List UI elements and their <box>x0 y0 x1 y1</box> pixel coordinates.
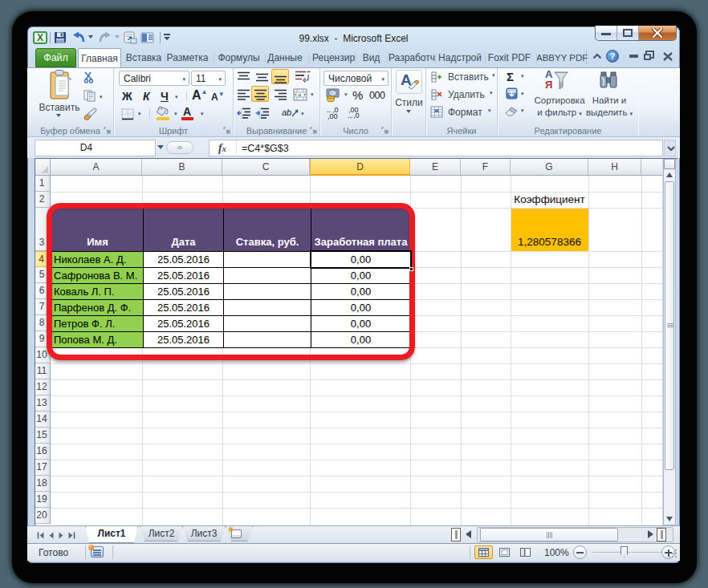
svg-text:ab: ab <box>282 107 291 117</box>
svg-text:a: a <box>299 91 302 98</box>
